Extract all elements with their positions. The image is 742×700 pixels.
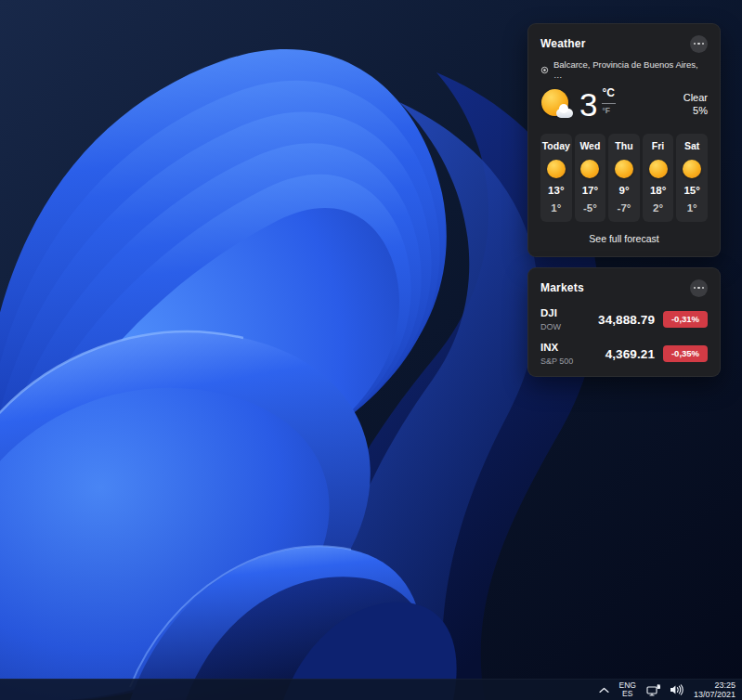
weather-current-conditions: 3 °C °F Clear 5%: [540, 86, 708, 123]
sun-icon: [649, 160, 668, 178]
forecast-tile-sat: Sat 15° 1°: [676, 134, 708, 222]
tray-overflow-button[interactable]: [599, 680, 609, 700]
sun-behind-cloud-icon: [540, 87, 572, 119]
sun-icon: [683, 160, 701, 178]
markets-title: Markets: [540, 281, 584, 294]
widgets-panel: Weather Balcarce, Provincia de Buenos Ai…: [527, 23, 721, 377]
unit-divider: [602, 103, 616, 104]
volume-button[interactable]: [670, 680, 683, 700]
weather-title: Weather: [540, 37, 586, 50]
sun-icon: [615, 160, 633, 178]
condition-text: Clear: [683, 91, 708, 104]
clock[interactable]: 23:25 13/07/2021: [692, 680, 735, 700]
see-full-forecast-link[interactable]: See full forecast: [540, 233, 708, 244]
chevron-up-icon: [599, 687, 609, 694]
market-index-name: S&P 500: [540, 356, 592, 366]
weather-location-row: Balcarce, Provincia de Buenos Aires, …: [540, 59, 708, 80]
clock-time: 23:25: [694, 681, 735, 691]
unit-fahrenheit: °F: [602, 107, 610, 115]
forecast-tile-thu: Thu 9° -7°: [608, 134, 640, 222]
weather-card-header: Weather: [540, 34, 708, 53]
clock-date: 13/07/2021: [694, 690, 735, 700]
markets-card-header: Markets: [540, 279, 708, 297]
markets-widget-card[interactable]: Markets DJI DOW 34,888.79 -0,31% INX S&P…: [527, 267, 721, 377]
volume-icon: [670, 684, 683, 695]
network-status-button[interactable]: [646, 680, 661, 700]
market-row-inx[interactable]: INX S&P 500 4,369.21 -0,35%: [540, 342, 708, 366]
weather-widget-card[interactable]: Weather Balcarce, Provincia de Buenos Ai…: [527, 23, 721, 257]
forecast-row: Today 13° 1° Wed 17° -5° Thu 9° -7° Fri …: [540, 134, 708, 222]
market-value: 4,369.21: [605, 347, 655, 361]
current-location-icon: [540, 66, 549, 74]
weather-location: Balcarce, Provincia de Buenos Aires, …: [553, 59, 708, 80]
more-horizontal-icon[interactable]: [690, 35, 708, 53]
condition-summary: Clear 5%: [683, 91, 708, 117]
market-value: 34,888.79: [598, 313, 655, 327]
sun-icon: [547, 160, 566, 178]
keyboard-layout: ES: [619, 690, 636, 699]
ethernet-icon: [646, 684, 661, 696]
forecast-tile-fri: Fri 18° 2°: [643, 134, 674, 222]
unit-celsius: °C: [602, 87, 614, 99]
market-symbol: INX: [540, 342, 592, 354]
language-indicator[interactable]: ENG ES: [618, 680, 638, 700]
market-change-badge: -0,35%: [663, 345, 708, 362]
forecast-tile-today: Today 13° 1°: [540, 134, 572, 222]
market-change-badge: -0,31%: [663, 311, 708, 328]
current-temperature: 3: [579, 86, 596, 123]
market-index-name: DOW: [540, 322, 592, 331]
more-horizontal-icon[interactable]: [690, 279, 708, 297]
forecast-tile-wed: Wed 17° -5°: [575, 134, 606, 222]
sun-icon: [580, 160, 599, 178]
market-symbol: DJI: [540, 307, 592, 319]
temperature-unit-toggle: °C °F: [602, 87, 616, 115]
taskbar: ENG ES 23:25 13/07/2021: [0, 679, 742, 700]
market-row-dji[interactable]: DJI DOW 34,888.79 -0,31%: [540, 307, 708, 331]
precipitation-chance: 5%: [683, 104, 708, 117]
